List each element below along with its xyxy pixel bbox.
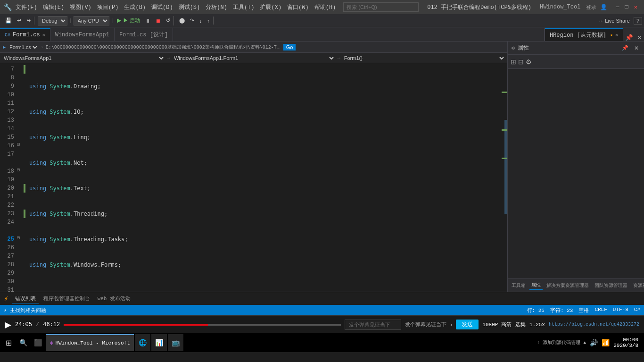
- toolbar: 💾 ↩ ↪ Debug | Any CPU | ▶ ▶ 启动 ⏸ ⏹ ↺ ⬤ ↷…: [0, 14, 644, 27]
- menu-analyze[interactable]: 分析(N): [206, 3, 227, 11]
- send-button[interactable]: 发送: [456, 320, 479, 329]
- close-btn[interactable]: ✕: [631, 4, 640, 11]
- taskbar-app-vs[interactable]: ♦ HWindow_Tool - Microsoft: [46, 334, 134, 351]
- live-share-btn[interactable]: ↔ Live Share: [596, 17, 632, 25]
- menu-view[interactable]: 视图(V): [70, 3, 91, 11]
- bullet-etiquette[interactable]: 发个弹幕见证当下: [405, 321, 446, 328]
- menu-test[interactable]: 测试(S): [179, 3, 200, 11]
- help-btn[interactable]: ?: [634, 17, 642, 25]
- collection-label[interactable]: 选集: [515, 321, 526, 328]
- tab-hregion[interactable]: HRegion [从元数据] ★ ✕: [545, 28, 623, 41]
- bottom-tab-publish[interactable]: Web 发布活动: [95, 294, 133, 303]
- tab-properties[interactable]: 属性: [529, 281, 543, 290]
- code-line-12: using System.Threading;: [25, 210, 502, 218]
- app-icon: 🔧: [4, 3, 12, 11]
- windows-btn[interactable]: ⊞: [2, 338, 16, 347]
- progress-bar[interactable]: [64, 324, 341, 326]
- speed-label[interactable]: 1.25x: [529, 322, 545, 328]
- tab-solution[interactable]: 解决方案资源管理器: [545, 281, 591, 290]
- prop-gear-btn[interactable]: ⚙: [526, 58, 532, 66]
- quality-label[interactable]: 1080P 高清: [482, 321, 512, 328]
- menu-project[interactable]: 项目(P): [97, 3, 119, 11]
- nav-bar: ▶ Form1.cs › E:\000000000000000\00000000…: [0, 42, 507, 53]
- vs-icon: ♦: [50, 339, 53, 347]
- tab-form1cs[interactable]: C# Form1.cs ✕: [0, 28, 50, 41]
- breakpoint-btn[interactable]: ⬤: [177, 17, 187, 25]
- panel-close2[interactable]: ✕: [635, 34, 644, 41]
- right-panel-pin[interactable]: 📌: [620, 44, 630, 51]
- maximize-btn[interactable]: □: [622, 4, 631, 10]
- right-panel-close[interactable]: ✕: [633, 44, 640, 52]
- separator2: →: [335, 55, 342, 61]
- taskbar-app-3[interactable]: 📊: [151, 334, 167, 351]
- stop-btn[interactable]: ⏹: [154, 17, 163, 25]
- nav-file-select[interactable]: Form1.cs: [8, 42, 39, 52]
- editor-area: ▶ Form1.cs › E:\000000000000000\00000000…: [0, 42, 507, 292]
- app3-icon: 📊: [155, 339, 163, 347]
- bullet-input[interactable]: [345, 320, 401, 330]
- pause-btn[interactable]: ⏸: [143, 17, 152, 25]
- scroll-indicator[interactable]: [502, 63, 507, 292]
- browser-icon: 🌐: [139, 339, 147, 347]
- menu-bar[interactable]: 文件(F) 编辑(E) 视图(V) 项目(P) 生成(B) 调试(D) 测试(S…: [16, 3, 336, 11]
- tab-resource[interactable]: 资源视图: [631, 281, 644, 290]
- tab-close[interactable]: ✕: [42, 32, 45, 38]
- right-panel-content: [508, 69, 644, 278]
- prop-sort2-btn[interactable]: ⊟: [518, 58, 524, 66]
- login-btn[interactable]: 登录: [586, 4, 596, 11]
- bullet-chevron[interactable]: ›: [450, 321, 452, 328]
- menu-debug[interactable]: 调试(D): [151, 3, 173, 11]
- person-icon: 👤: [600, 4, 607, 11]
- collapse-16[interactable]: ⊟: [17, 142, 24, 150]
- play-button[interactable]: ▶: [5, 320, 11, 330]
- taskbar-app-browser[interactable]: 🌐: [135, 334, 150, 351]
- tab-team[interactable]: 团队资源管理器: [593, 281, 629, 290]
- status-lang: C#: [634, 307, 640, 314]
- redo-btn[interactable]: ↪: [25, 17, 33, 25]
- tab-form1design[interactable]: Form1.cs [设计]: [115, 28, 173, 41]
- code-line-7: using System.Drawing;: [25, 82, 502, 91]
- start-btn[interactable]: ▶ ▶ 启动: [115, 16, 141, 25]
- menu-help[interactable]: 帮助(H): [314, 3, 336, 11]
- save-btn[interactable]: 💾: [3, 17, 14, 25]
- code-line-11: using System.Text;: [25, 184, 502, 193]
- bottom-tab-errors[interactable]: 错误列表: [12, 294, 39, 303]
- nav-path: E:\000000000000000\000000000000000000000…: [46, 44, 281, 51]
- collapse-25[interactable]: ⊟: [17, 235, 24, 244]
- menu-edit[interactable]: 编辑(E): [43, 3, 65, 11]
- undo-btn[interactable]: ↩: [15, 17, 23, 25]
- vs-label: HWindow_Tool - Microsoft: [55, 340, 130, 346]
- step-over-btn[interactable]: ↷: [188, 17, 196, 25]
- tab-hregion-close[interactable]: ✕: [615, 32, 618, 38]
- collapse-18[interactable]: ⊟: [17, 167, 24, 176]
- prop-sort-btn[interactable]: ⊞: [511, 58, 516, 66]
- method-select[interactable]: Form1(): [342, 53, 505, 63]
- sound-icon[interactable]: 🔊: [590, 339, 598, 346]
- member-select[interactable]: WindowsFormsApp1.Form1: [172, 53, 335, 63]
- go-button[interactable]: Go: [283, 44, 296, 51]
- system-tray[interactable]: ↑ 添加到源代码管理 ▲: [537, 339, 586, 346]
- network-icon[interactable]: 📶: [602, 339, 610, 346]
- tab-windowsformsapp1[interactable]: WindowsFormsApp1: [50, 28, 115, 41]
- minimize-btn[interactable]: ─: [613, 4, 622, 10]
- config-select[interactable]: Debug: [38, 16, 67, 25]
- task-view-btn[interactable]: ⬛: [31, 339, 45, 346]
- panel-pin[interactable]: 📌: [623, 34, 635, 41]
- code-line-14: using System.Windows.Forms;: [25, 261, 502, 269]
- class-select[interactable]: WindowsFormsApp1: [2, 53, 165, 63]
- step-in-btn[interactable]: ↓: [198, 17, 204, 25]
- menu-tools[interactable]: 工具(T): [233, 3, 255, 11]
- search-input[interactable]: [343, 2, 419, 12]
- code-content[interactable]: using System.Drawing; using System.IO; u…: [25, 63, 502, 292]
- bottom-tab-nuget[interactable]: 程序包管理器控制台: [41, 294, 93, 303]
- tab-toolbox[interactable]: 工具箱: [510, 281, 528, 290]
- platform-select[interactable]: Any CPU: [74, 16, 109, 25]
- menu-build[interactable]: 生成(B): [124, 3, 146, 11]
- taskbar-app-4[interactable]: 📺: [168, 334, 183, 351]
- menu-file[interactable]: 文件(F): [16, 3, 37, 11]
- restart-btn[interactable]: ↺: [164, 17, 172, 25]
- cortana-btn[interactable]: 🔍: [17, 339, 30, 346]
- menu-extensions[interactable]: 扩展(X): [260, 3, 281, 11]
- step-out-btn[interactable]: ↑: [205, 17, 212, 25]
- menu-window[interactable]: 窗口(W): [287, 3, 309, 11]
